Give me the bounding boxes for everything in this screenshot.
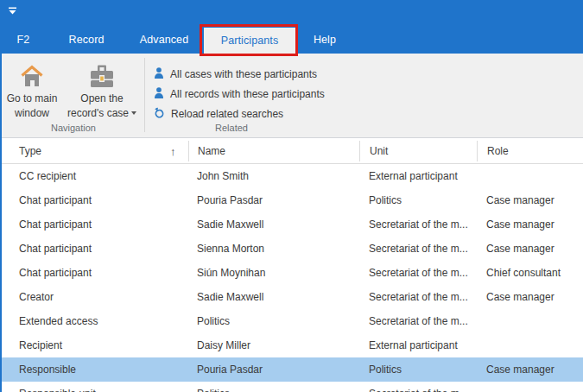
cell-type: Chat participant <box>0 212 188 237</box>
cell-role <box>477 164 583 188</box>
cell-role: Case manager <box>477 212 583 237</box>
reload-related-searches-button[interactable]: Reload related searches <box>154 104 287 123</box>
cell-name: Daisy Miller <box>188 333 359 357</box>
cell-type: Creator <box>0 285 188 309</box>
related-group-label: Related <box>145 123 318 133</box>
sort-ascending-icon: ↑ <box>170 138 176 164</box>
cell-name: Pouria Pasdar <box>188 357 359 382</box>
dropdown-caret-icon <box>131 111 136 115</box>
cell-type: Chat participant <box>0 188 188 212</box>
cell-role <box>477 382 583 392</box>
open-records-case-button[interactable]: Open the record's case <box>60 57 143 124</box>
cell-type: Extended access <box>0 309 188 333</box>
window-left-border <box>0 54 2 392</box>
person-icon <box>154 86 164 102</box>
cell-type: Responsible unit <box>0 382 188 392</box>
cell-type: Chat participant <box>0 261 188 285</box>
cell-type: CC recipient <box>0 164 188 188</box>
cell-name: Politics <box>188 309 359 333</box>
home-icon <box>19 62 45 90</box>
all-cases-with-participants-button[interactable]: All cases with these participants <box>154 65 320 83</box>
column-header-unit[interactable]: Unit <box>359 141 477 161</box>
cell-role: Case manager <box>477 357 583 382</box>
table-header-row: Type Name Unit Role ↑ <box>0 138 583 164</box>
cell-unit: Secretariat of the m... <box>359 309 477 333</box>
cell-name: Politics <box>188 382 359 392</box>
cell-type: Responsible <box>0 357 188 382</box>
navigation-group-label: Navigation <box>2 123 145 133</box>
cell-unit: External participant <box>359 164 477 188</box>
title-bar <box>0 0 583 26</box>
cell-unit: Secretariat of the m... <box>359 237 477 261</box>
all-records-with-participants-label: All records with these participants <box>170 88 325 100</box>
go-to-main-window-label-line1: Go to main <box>7 92 58 104</box>
go-to-main-window-button[interactable]: Go to main window <box>5 57 59 124</box>
tab-help[interactable]: Help <box>304 26 345 54</box>
table-row-selected[interactable]: Responsible Pouria Pasdar Politics Case … <box>0 357 583 382</box>
cell-name: Siún Moynihan <box>188 261 359 285</box>
table-row[interactable]: Creator Sadie Maxwell Secretariat of the… <box>0 285 583 309</box>
column-header-type[interactable]: Type <box>0 141 188 161</box>
cell-type: Recipient <box>0 333 188 357</box>
f2-record-window: F2 Record Advanced Participants Help Go … <box>0 0 583 392</box>
participants-table: Type Name Unit Role ↑ CC recipient John … <box>0 138 583 392</box>
table-row[interactable]: CC recipient John Smith External partici… <box>0 164 583 188</box>
cell-unit: Secretariat of the m... <box>359 285 477 309</box>
go-to-main-window-label-line2: window <box>15 107 49 119</box>
cell-name: John Smith <box>188 164 359 188</box>
briefcase-icon <box>88 62 116 90</box>
tab-advanced[interactable]: Advanced <box>130 26 199 54</box>
column-header-role[interactable]: Role <box>477 141 583 161</box>
reload-related-searches-label: Reload related searches <box>171 108 283 120</box>
all-cases-with-participants-label: All cases with these participants <box>170 68 317 80</box>
cell-unit: Politics <box>359 357 477 382</box>
all-records-with-participants-button[interactable]: All records with these participants <box>154 85 328 103</box>
table-row[interactable]: Responsible unit Politics Secretariat of… <box>0 382 583 392</box>
ribbon-group-divider <box>144 58 145 132</box>
cell-role: Case manager <box>477 237 583 261</box>
cell-role <box>477 309 583 333</box>
open-records-case-label-line1: Open the <box>80 92 123 104</box>
cell-name: Sadie Maxwell <box>188 212 359 237</box>
cell-role <box>477 333 583 357</box>
table-row[interactable]: Chat participant Sienna Morton Secretari… <box>0 237 583 261</box>
table-row[interactable]: Recipient Daisy Miller External particip… <box>0 333 583 357</box>
cell-unit: Secretariat of the m... <box>359 261 477 285</box>
ribbon: Go to main window Open the record's case… <box>0 54 583 138</box>
cell-type: Chat participant <box>0 237 188 261</box>
cell-role: Chief consultant <box>477 261 583 285</box>
ribbon-tab-bar: F2 Record Advanced Participants Help <box>0 26 583 54</box>
tab-f2[interactable]: F2 <box>5 26 41 54</box>
reload-icon <box>154 106 165 122</box>
cell-unit: External participant <box>359 333 477 357</box>
cell-name: Sienna Morton <box>188 237 359 261</box>
table-row[interactable]: Extended access Politics Secretariat of … <box>0 309 583 333</box>
cell-role: Case manager <box>477 188 583 212</box>
tab-participants[interactable]: Participants <box>204 28 295 54</box>
tab-record[interactable]: Record <box>54 26 119 54</box>
cell-unit: Secretariat of the m... <box>359 212 477 237</box>
open-records-case-label-line2: record's case <box>67 107 136 119</box>
column-header-name[interactable]: Name <box>188 141 359 161</box>
cell-name: Pouria Pasdar <box>188 188 359 212</box>
cell-unit: Secretariat of the m... <box>359 382 477 392</box>
table-row[interactable]: Chat participant Sadie Maxwell Secretari… <box>0 212 583 237</box>
cell-name: Sadie Maxwell <box>188 285 359 309</box>
customize-quick-access-toolbar-icon[interactable] <box>8 3 18 12</box>
cell-role: Case manager <box>477 285 583 309</box>
cell-unit: Politics <box>359 188 477 212</box>
table-row[interactable]: Chat participant Siún Moynihan Secretari… <box>0 261 583 285</box>
table-row[interactable]: Chat participant Pouria Pasdar Politics … <box>0 188 583 212</box>
person-icon <box>154 66 164 82</box>
